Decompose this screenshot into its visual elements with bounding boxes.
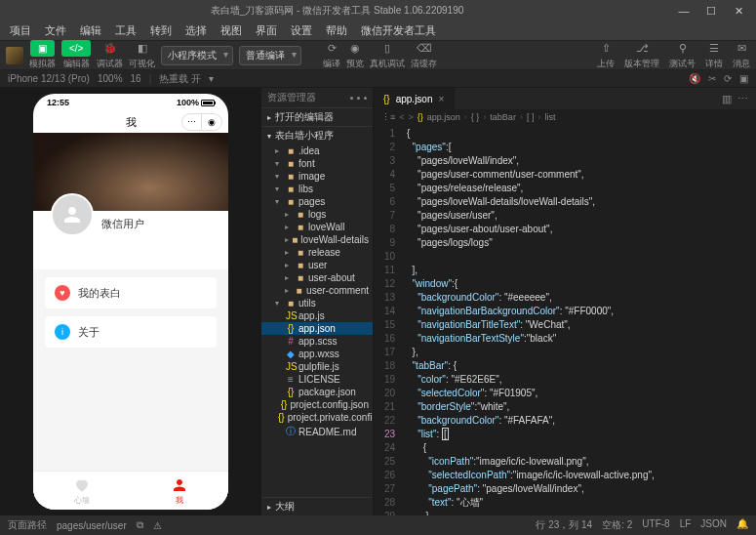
tree-item-release[interactable]: ▸■release	[261, 246, 373, 259]
language-mode[interactable]: JSON	[700, 518, 727, 532]
tree-item-lovewall[interactable]: ▸■loveWall	[261, 221, 373, 233]
popout-icon[interactable]: ▣	[739, 73, 748, 84]
tree-item-logs[interactable]: ▸■logs	[261, 208, 373, 221]
code-area[interactable]: 1234567891011121314151617181920212223242…	[374, 125, 756, 515]
compile-select[interactable]: 普通编译	[239, 46, 301, 65]
tree-item-app-scss[interactable]: #app.scss	[261, 335, 373, 348]
more-actions-icon[interactable]: ⋯	[737, 93, 748, 105]
my-confession-card[interactable]: ♥我的表白	[45, 277, 217, 309]
copy-path-icon[interactable]: ⧉	[137, 519, 143, 531]
indent-setting[interactable]: 空格: 2	[602, 518, 632, 532]
upload-button[interactable]: ⇧上传	[597, 41, 615, 70]
menu-interface[interactable]: 界面	[250, 21, 283, 40]
phone-statusbar: 12:55 100%	[33, 94, 228, 111]
tree-item--idea[interactable]: ▸■.idea	[261, 144, 373, 157]
about-card[interactable]: i关于	[45, 316, 217, 348]
tree-item-app-json[interactable]: {}app.json	[261, 322, 373, 335]
user-avatar[interactable]	[51, 193, 94, 236]
tree-item-project-config-json[interactable]: {}project.config.json	[261, 398, 373, 411]
tree-item-license[interactable]: ≡LICENSE	[261, 373, 373, 386]
preview-button[interactable]: ◉预览	[346, 41, 364, 70]
project-section[interactable]: ▾表白墙小程序	[261, 126, 373, 144]
real-device-button[interactable]: ▯真机调试	[370, 41, 405, 70]
capsule-menu[interactable]: ⋯◉	[181, 113, 222, 131]
encoding-setting[interactable]: UTF-8	[642, 518, 669, 532]
zoom-select[interactable]: 100%	[98, 73, 123, 84]
notifications-icon[interactable]: 🔔	[736, 518, 748, 532]
tree-item-font[interactable]: ▾■font	[261, 157, 373, 170]
window-title: 表白墙_刀客源码网 - 微信开发者工具 Stable 1.06.2209190	[6, 4, 668, 18]
menu-wechat-devtools[interactable]: 微信开发者工具	[355, 21, 442, 40]
eol-setting[interactable]: LF	[680, 518, 692, 532]
menu-project[interactable]: 项目	[4, 21, 37, 40]
clear-cache-button[interactable]: ⌫清缓存	[411, 41, 437, 70]
detail-button[interactable]: ☰详情	[705, 41, 723, 70]
tree-item-lovewall-details[interactable]: ▸■loveWall-details	[261, 233, 373, 246]
minimize-button[interactable]: ―	[672, 5, 696, 17]
tab-me[interactable]: 我	[131, 472, 228, 510]
capsule-more-icon[interactable]: ⋯	[182, 114, 202, 130]
menu-view[interactable]: 视图	[215, 21, 248, 40]
close-tab-icon[interactable]: ×	[439, 94, 445, 104]
rotate-icon[interactable]: ⟳	[724, 73, 732, 84]
battery-icon	[201, 100, 215, 106]
tree-item-app-wxss[interactable]: ◆app.wxss	[261, 348, 373, 360]
editor-tabs: {}app.json× ▥ ⋯	[374, 88, 756, 109]
phone-tabbar: 心墙 我	[33, 471, 228, 510]
editor-button-group[interactable]: </> 编辑器	[61, 40, 91, 70]
device-select[interactable]: iPhone 12/13 (Pro)	[8, 73, 90, 84]
outline-section[interactable]: ▸大纲	[261, 497, 373, 515]
username-label: 微信用户	[101, 217, 144, 231]
close-button[interactable]: ✕	[727, 5, 750, 18]
tree-item-pages[interactable]: ▾■pages	[261, 195, 373, 208]
cursor-position[interactable]: 行 23，列 14	[536, 518, 592, 532]
sidebar: 资源管理器 ▸打开的编辑器 ▾表白墙小程序 ▸■.idea▾■font▾■ima…	[261, 88, 374, 515]
font-select[interactable]: 16	[131, 73, 141, 84]
tree-item-user-about[interactable]: ▸■user-about	[261, 271, 373, 284]
tree-item-app-js[interactable]: JSapp.js	[261, 309, 373, 322]
menu-tools[interactable]: 工具	[109, 21, 142, 40]
mode-select[interactable]: 小程序模式	[161, 46, 233, 65]
menu-help[interactable]: 帮助	[320, 21, 353, 40]
device-bar: iPhone 12/13 (Pro) 100% 16 | 热重载 开▾ 🔇 ✂ …	[0, 70, 756, 88]
hot-reload-toggle[interactable]: 热重载 开	[159, 72, 201, 86]
phone-time: 12:55	[47, 98, 69, 107]
tree-item-project-private-config-js---[interactable]: {}project.private.config.js...	[261, 411, 373, 424]
mute-icon[interactable]: 🔇	[689, 73, 700, 84]
compile-button[interactable]: ⟳编译	[323, 41, 340, 70]
debugger-button[interactable]: 🐞 调试器	[97, 41, 123, 70]
menu-file[interactable]: 文件	[39, 21, 72, 40]
menu-goto[interactable]: 转到	[144, 21, 178, 40]
breadcrumb[interactable]: ⋮≡<> {}app.json ›{ } ›tabBar ›[ ] ›list	[374, 109, 756, 125]
simulator-button-group[interactable]: ▣ 模拟器	[29, 40, 56, 70]
tree-item-package-json[interactable]: {}package.json	[261, 386, 373, 398]
explorer-more-icon[interactable]	[350, 97, 367, 100]
phone-battery: 100%	[177, 98, 199, 107]
status-bar: 页面路径 pages/user/user ⧉ ⚠ 行 23，列 14 空格: 2…	[0, 515, 756, 535]
tree-item-user[interactable]: ▸■user	[261, 259, 373, 271]
tree-item-user-comment[interactable]: ▸■user-comment	[261, 284, 373, 297]
capture-icon[interactable]: ✂	[708, 73, 716, 84]
tree-item-libs[interactable]: ▾■libs	[261, 183, 373, 195]
visualize-button[interactable]: ◧ 可视化	[129, 41, 155, 70]
version-button[interactable]: ⎇版本管理	[624, 41, 659, 70]
menu-select[interactable]: 选择	[179, 21, 213, 40]
tab-app-json[interactable]: {}app.json×	[374, 88, 455, 109]
maximize-button[interactable]: ☐	[699, 5, 723, 18]
tab-lovewall[interactable]: 心墙	[33, 472, 131, 510]
user-avatar-icon[interactable]	[6, 47, 23, 64]
message-button[interactable]: ✉消息	[733, 41, 750, 70]
open-editors-section[interactable]: ▸打开的编辑器	[261, 107, 373, 126]
capsule-close-icon[interactable]: ◉	[202, 114, 221, 130]
menu-edit[interactable]: 编辑	[74, 21, 107, 40]
alert-icon[interactable]: ⚠	[153, 520, 162, 531]
split-editor-icon[interactable]: ▥	[722, 93, 732, 105]
tree-item-image[interactable]: ▾■image	[261, 170, 373, 183]
tree-item-readme-md[interactable]: ⓘREADME.md	[261, 424, 373, 439]
test-button[interactable]: ⚲测试号	[669, 41, 696, 70]
menu-settings[interactable]: 设置	[285, 21, 318, 40]
tree-item-gulpfile-js[interactable]: JSgulpfile.js	[261, 360, 373, 373]
page-path[interactable]: pages/user/user	[57, 520, 127, 531]
tree-item-utils[interactable]: ▾■utils	[261, 297, 373, 309]
phone-frame: 12:55 100% 我 ⋯◉ 微信用户 ♥我的表白 i关于 心墙 我	[33, 94, 228, 510]
